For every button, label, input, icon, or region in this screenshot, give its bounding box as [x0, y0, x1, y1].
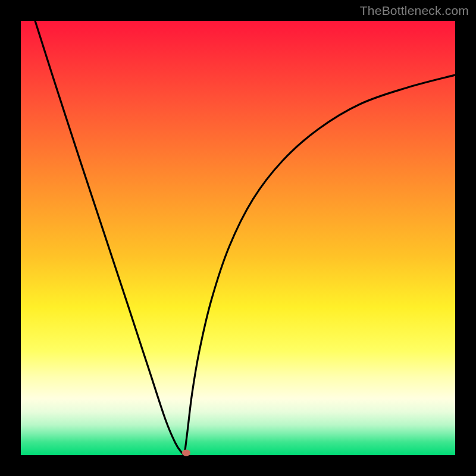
minimum-marker [182, 450, 190, 456]
chart-frame: TheBottleneck.com [0, 0, 476, 476]
bottleneck-curve [21, 21, 455, 455]
plot-area [21, 21, 455, 455]
watermark-text: TheBottleneck.com [360, 4, 469, 18]
